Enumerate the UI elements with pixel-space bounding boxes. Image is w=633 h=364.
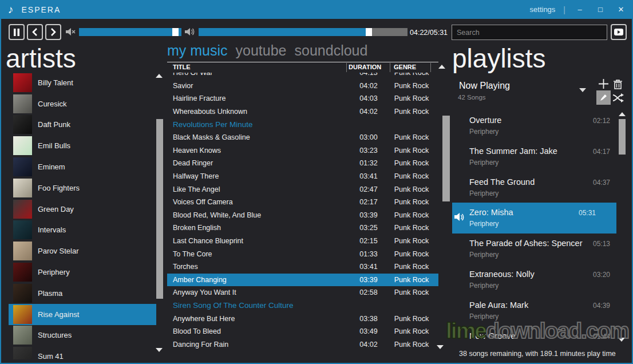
- song-row[interactable]: Whereabouts Unknown04:02Punk Rock: [167, 105, 438, 118]
- playlist-track[interactable]: Feed The Ground04:37Periphery: [452, 172, 631, 203]
- settings-button[interactable]: settings: [530, 5, 556, 14]
- add-playlist-button[interactable]: [598, 78, 609, 89]
- songs-scrollbar-thumb[interactable]: [442, 116, 450, 201]
- song-genre: Punk Rock: [391, 133, 432, 141]
- song-duration: 02:58: [346, 288, 391, 296]
- song-title: Hairline Fracture: [167, 94, 346, 102]
- song-title: Amber Changing: [167, 276, 346, 284]
- track-title: The Parade of Ashes: Spencer: [469, 239, 611, 248]
- song-row[interactable]: Voices Off Camera02:17Punk Rock: [167, 196, 438, 209]
- volume-slider[interactable]: [79, 28, 181, 36]
- artists-scroll-down[interactable]: [156, 348, 163, 352]
- playlist-track[interactable]: The Summer Jam: Jake04:17Periphery: [452, 141, 631, 172]
- next-button[interactable]: [45, 24, 61, 40]
- volume-thumb[interactable]: [172, 28, 179, 36]
- search-input[interactable]: [452, 25, 607, 40]
- artists-scrollbar-thumb[interactable]: [156, 119, 163, 299]
- playlist-scroll-up[interactable]: [619, 112, 626, 116]
- edit-playlist-button[interactable]: [596, 90, 611, 105]
- pause-button[interactable]: [9, 24, 25, 40]
- previous-button[interactable]: [27, 24, 43, 40]
- chevron-down-icon[interactable]: [579, 88, 586, 92]
- minimize-button[interactable]: –: [573, 5, 586, 14]
- playlist-scrollbar-thumb[interactable]: [619, 119, 626, 155]
- song-row[interactable]: Anyway You Want It02:58Punk Rock: [167, 286, 438, 299]
- song-row[interactable]: Hero Of War04:13Punk Rock: [167, 73, 438, 80]
- artist-row[interactable]: Daft Punk: [9, 114, 156, 136]
- now-playing-speaker-icon: [454, 212, 465, 221]
- artist-name: Parov Stelar: [38, 247, 79, 255]
- artist-row[interactable]: Structures: [9, 325, 156, 346]
- artist-row[interactable]: Green Day: [9, 199, 156, 220]
- shuffle-button[interactable]: [612, 93, 624, 102]
- close-button[interactable]: ✕: [615, 5, 627, 14]
- song-row[interactable]: Heaven Knows03:23Punk Rock: [167, 144, 438, 157]
- artist-cover-art: [13, 220, 32, 239]
- artist-cover-art: [13, 263, 32, 282]
- youtube-button[interactable]: [611, 24, 627, 40]
- progress-slider[interactable]: [199, 28, 408, 36]
- playlist-track[interactable]: Zero: Misha05:31Periphery: [452, 203, 616, 234]
- tab-youtube[interactable]: youtube: [236, 42, 287, 59]
- titlebar-separator: |: [563, 5, 565, 14]
- tab-soundcloud[interactable]: soundcloud: [295, 42, 368, 59]
- song-row[interactable]: Blood To Bleed03:49Punk Rock: [167, 325, 438, 338]
- playlist-track[interactable]: The Parade of Ashes: Spencer05:13Periphe…: [452, 234, 631, 264]
- album-header-row[interactable]: Siren Song Of The Counter Culture: [167, 299, 438, 312]
- song-row[interactable]: Like The Angel02:47Punk Rock: [167, 183, 438, 196]
- artist-row[interactable]: Eminem: [9, 156, 156, 177]
- playlist-track[interactable]: Extraneous: Nolly03:20Periphery: [452, 264, 631, 295]
- songs-scroll-down[interactable]: [437, 345, 444, 349]
- song-row[interactable]: Hairline Fracture04:03Punk Rock: [167, 92, 438, 105]
- progress-thumb[interactable]: [366, 28, 372, 36]
- artist-row[interactable]: Rise Against: [9, 304, 156, 325]
- playlist-track[interactable]: New Groove01:44: [452, 326, 631, 343]
- track-artist: Periphery: [469, 251, 611, 259]
- artists-scroll-up[interactable]: [156, 74, 163, 78]
- song-row[interactable]: Torches03:41Punk Rock: [167, 260, 438, 274]
- playlists-panel: playlists Now Playing 42 Songs: [452, 45, 631, 359]
- artist-row[interactable]: Emil Bulls: [9, 135, 156, 156]
- song-title: Dancing For Rain: [167, 341, 346, 349]
- song-genre: Punk Rock: [391, 147, 432, 155]
- songs-scroll-up[interactable]: [438, 65, 445, 69]
- artist-row[interactable]: Plasma: [9, 283, 156, 304]
- song-row[interactable]: To The Core01:33Punk Rock: [167, 247, 438, 260]
- artist-cover-art: [13, 347, 32, 359]
- artist-row[interactable]: Intervals: [9, 220, 156, 241]
- artist-row[interactable]: Periphery: [9, 262, 156, 283]
- song-row[interactable]: Broken English03:25Punk Rock: [167, 221, 438, 235]
- song-row[interactable]: Savior04:02Punk Rock: [167, 80, 438, 93]
- artist-row[interactable]: Parov Stelar: [9, 240, 156, 262]
- delete-playlist-button[interactable]: [613, 79, 623, 89]
- song-duration: 02:17: [346, 198, 391, 206]
- playlist-track[interactable]: Overture02:12Periphery: [452, 110, 631, 141]
- song-row[interactable]: Halfway There03:41Punk Rock: [167, 170, 438, 183]
- song-row[interactable]: Dancing For Rain04:02Punk Rock: [167, 338, 438, 351]
- playlist-scroll-down[interactable]: [618, 338, 625, 342]
- song-title: Dead Ringer: [167, 159, 346, 167]
- mute-icon[interactable]: [66, 27, 76, 36]
- song-row[interactable]: Black Masks & Gasoline03:00Punk Rock: [167, 131, 438, 144]
- volume-icon[interactable]: [185, 27, 195, 36]
- song-duration: 03:00: [346, 133, 391, 141]
- maximize-button[interactable]: □: [594, 5, 607, 14]
- song-row[interactable]: Anywhere But Here03:38Punk Rock: [167, 312, 438, 325]
- tab-my-music[interactable]: my music: [167, 42, 228, 59]
- artist-row[interactable]: Sum 41: [9, 346, 156, 359]
- artist-row[interactable]: Foo Fighters: [9, 177, 156, 199]
- playlist-selector[interactable]: Now Playing: [459, 81, 510, 91]
- playlist-track[interactable]: Pale Aura: Mark04:39Periphery: [452, 295, 631, 326]
- album-header-row[interactable]: Revolutions Per Minute: [167, 118, 438, 131]
- song-duration: 03:23: [346, 147, 391, 155]
- track-artist: Periphery: [469, 128, 611, 136]
- song-genre: Punk Rock: [391, 185, 432, 193]
- song-row[interactable]: Amber Changing03:39Punk Rock: [167, 274, 438, 287]
- song-title: To The Core: [167, 250, 346, 258]
- song-row[interactable]: Last Chance Blueprint02:15Punk Rock: [167, 235, 438, 248]
- app-title: ESPERA: [22, 5, 61, 14]
- artist-row[interactable]: Curesick: [9, 93, 156, 114]
- song-row[interactable]: Blood Red, White, And Blue03:39Punk Rock: [167, 209, 438, 222]
- artist-row[interactable]: Billy Talent: [9, 72, 156, 93]
- song-row[interactable]: Dead Ringer01:32Punk Rock: [167, 157, 438, 170]
